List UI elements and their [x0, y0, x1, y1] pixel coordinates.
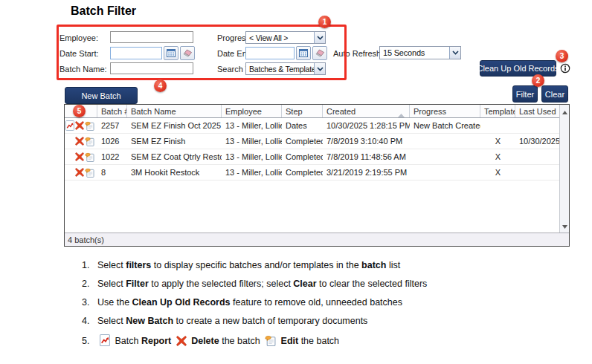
delete-icon[interactable]	[75, 137, 84, 146]
instruction-number: 5.	[82, 336, 97, 347]
info-icon[interactable]	[560, 63, 570, 74]
date-start-label: Date Start:	[59, 49, 99, 58]
progress-selected-value: < View All >	[246, 32, 314, 43]
batch-name-input[interactable]	[110, 62, 193, 74]
row-actions-cell	[65, 120, 97, 131]
batch-number-cell: 1022	[97, 152, 127, 161]
instruction-text: Select filters to display specific batch…	[97, 260, 400, 271]
vertical-scrollbar[interactable]	[559, 105, 569, 233]
table-body: 2257SEM EZ Finish Oct 202513 - Miller, L…	[65, 118, 559, 233]
batch-name-cell: SEM EZ Finish	[127, 137, 222, 146]
instruction-list: 1.Select filters to display specific bat…	[82, 260, 528, 357]
eraser-icon	[315, 49, 325, 57]
auto-refresh-select[interactable]: 15 Seconds	[379, 46, 461, 59]
page-title: Batch Filter	[71, 4, 136, 18]
new-batch-button[interactable]: New Batch	[65, 87, 138, 104]
edit-icon[interactable]	[85, 152, 94, 162]
column-header-step[interactable]: Step	[282, 105, 323, 117]
column-header-progress[interactable]: Progress	[410, 105, 480, 117]
created-cell: 10/30/2025 1:28:15 PM	[323, 121, 410, 130]
callout-2: 2	[532, 74, 544, 87]
batch-filter-screen: Batch Filter Employee: Date Start: Batch…	[0, 0, 592, 364]
progress-select[interactable]: < View All >	[245, 31, 326, 44]
table-row[interactable]: 1026SEM EZ Finish13 - Miller, LollieComp…	[65, 134, 559, 149]
date-start-calendar-button[interactable]	[164, 46, 178, 60]
row-actions-cell	[65, 152, 97, 162]
instruction-item: 2.Select Filter to apply the selected fi…	[82, 279, 528, 290]
instruction-number: 1.	[82, 260, 97, 271]
scroll-up-icon[interactable]	[562, 107, 567, 116]
step-cell: Completed	[282, 137, 323, 146]
date-start-input[interactable]	[110, 47, 162, 59]
instruction-text: Select Filter to apply the selected filt…	[97, 279, 427, 290]
step-cell: Dates	[282, 121, 323, 130]
callout-3: 3	[556, 50, 568, 62]
scroll-down-icon[interactable]	[562, 221, 567, 230]
delete-icon[interactable]	[75, 152, 84, 161]
instruction-item: 5. Batch Report Delete the batch Edit th…	[82, 334, 528, 349]
edit-icon	[265, 335, 276, 349]
chevron-down-icon[interactable]	[449, 47, 460, 59]
column-header-created[interactable]: Created	[323, 105, 410, 117]
employee-cell: 13 - Miller, Lollie	[222, 121, 282, 130]
column-header-created-label: Created	[326, 107, 355, 116]
instruction-item: 1.Select filters to display specific bat…	[82, 260, 528, 271]
progress-cell: New Batch Created	[410, 121, 480, 130]
template-cell: X	[480, 152, 515, 161]
filter-button[interactable]: Filter	[512, 85, 538, 103]
chevron-down-icon[interactable]	[314, 63, 325, 74]
batch-table: Batch # Batch Name Employee Step Created…	[64, 104, 570, 247]
date-end-input[interactable]	[245, 47, 295, 59]
batch-name-cell: SEM EZ Finish Oct 2025	[127, 121, 222, 130]
date-end-calendar-button[interactable]	[296, 46, 311, 60]
callout-4: 4	[154, 79, 167, 92]
column-header-batch-number[interactable]: Batch #	[97, 105, 127, 117]
batch-number-cell: 2257	[97, 121, 127, 130]
batch-name-cell: 3M Hookit Restock	[127, 168, 222, 177]
edit-icon[interactable]	[85, 121, 94, 131]
column-header-last-used[interactable]: Last Used	[515, 105, 559, 117]
column-header-batch-name[interactable]: Batch Name	[127, 105, 222, 117]
edit-icon[interactable]	[85, 137, 94, 146]
search-type-selected-value: Batches & Templates	[246, 63, 314, 74]
table-row[interactable]: 1022SEM EZ Coat Qtrly Restock13 - Miller…	[65, 149, 559, 165]
instruction-item: 3.Use the Clean Up Old Records feature t…	[82, 297, 528, 308]
report-icon[interactable]	[65, 120, 74, 131]
clear-button[interactable]: Clear	[541, 85, 568, 103]
callout-1: 1	[318, 16, 331, 28]
batch-number-cell: 8	[97, 168, 127, 177]
calendar-icon	[299, 49, 308, 57]
created-cell: 7/8/2019 3:10:40 PM	[323, 137, 410, 146]
created-cell: 7/8/2019 11:48:56 AM	[323, 152, 410, 161]
date-start-clear-button[interactable]	[180, 46, 195, 60]
instruction-text: Select New Batch to create a new batch o…	[97, 316, 367, 327]
employee-cell: 13 - Miller, Lollie	[222, 152, 282, 161]
delete-icon	[176, 336, 187, 349]
search-type-select[interactable]: Batches & Templates	[245, 62, 326, 75]
date-end-clear-button[interactable]	[312, 46, 327, 60]
edit-icon[interactable]	[85, 168, 94, 178]
batch-name-cell: SEM EZ Coat Qtrly Restock	[127, 152, 222, 161]
auto-refresh-selected-value: 15 Seconds	[380, 47, 449, 59]
instruction-item: 4.Select New Batch to create a new batch…	[82, 316, 528, 327]
eraser-icon	[183, 49, 193, 57]
table-row[interactable]: 2257SEM EZ Finish Oct 202513 - Miller, L…	[65, 118, 559, 134]
chevron-down-icon[interactable]	[314, 32, 325, 43]
table-header: Batch # Batch Name Employee Step Created…	[65, 105, 559, 118]
clean-up-old-records-button[interactable]: Clean Up Old Records	[480, 60, 556, 77]
instruction-number: 4.	[82, 316, 97, 327]
column-header-template[interactable]: Template	[480, 105, 515, 117]
delete-icon[interactable]	[75, 121, 84, 130]
row-actions-cell	[65, 137, 97, 146]
employee-input[interactable]	[110, 31, 193, 43]
batch-count: 4 batch(s)	[68, 235, 104, 244]
instruction-number: 3.	[82, 297, 97, 308]
batch-name-label: Batch Name:	[59, 65, 107, 74]
template-cell: X	[480, 168, 515, 177]
created-cell: 3/21/2019 2:19:55 PM	[323, 168, 410, 177]
table-row[interactable]: 83M Hookit Restock13 - Miller, LollieCom…	[65, 165, 559, 181]
column-header-employee[interactable]: Employee	[222, 105, 282, 117]
delete-icon[interactable]	[75, 168, 84, 177]
instruction-text: Use the Clean Up Old Records feature to …	[97, 297, 402, 308]
batch-number-cell: 1026	[97, 137, 127, 146]
